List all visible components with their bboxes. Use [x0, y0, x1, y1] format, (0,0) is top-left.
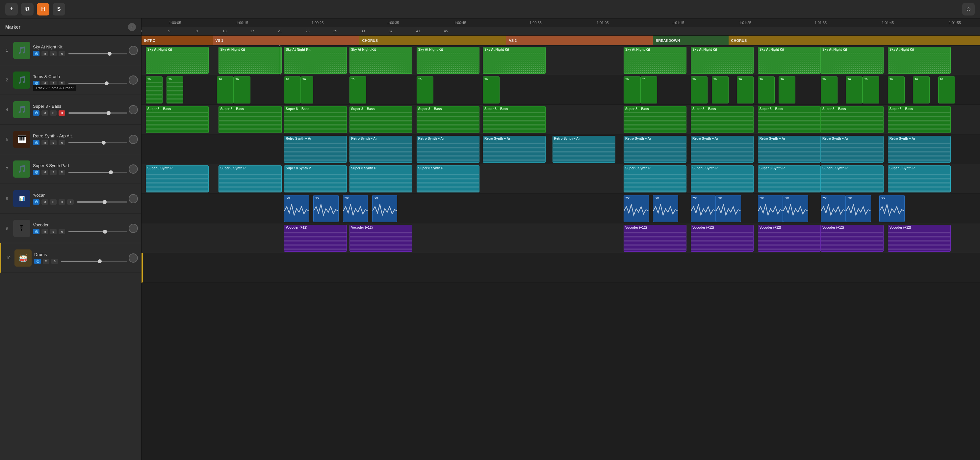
pan-knob-2[interactable] — [129, 75, 138, 85]
clip-retro-4[interactable]: Retro Synth – Ar — [483, 136, 546, 163]
clip-toms-16[interactable]: To — [779, 77, 795, 104]
clip-retro-9[interactable]: Retro Synth – Ar — [821, 136, 884, 163]
clip-vocal-8[interactable]: 'Vo — [716, 195, 741, 222]
volume-slider-8[interactable] — [77, 201, 127, 203]
clip-retro-3[interactable]: Retro Synth – Ar — [417, 136, 479, 163]
clip-pad-6[interactable]: Super 8 Synth P — [624, 165, 686, 192]
solo-btn-8[interactable]: S — [50, 200, 57, 204]
clip-bass-8[interactable]: Super 8 – Bass — [691, 106, 754, 133]
pan-knob-6[interactable] — [129, 135, 138, 144]
tracks-scroll[interactable]: Sky At Night Kit Sky At Night Kit Sky At… — [142, 45, 980, 460]
clip-vocal-13[interactable]: 'Vo — [879, 195, 904, 222]
clip-retro-7[interactable]: Retro Synth – Ar — [691, 136, 754, 163]
mute-btn-9[interactable]: M — [41, 229, 48, 234]
clip-vocal-9[interactable]: 'Vo — [758, 195, 783, 222]
clip-sky-9[interactable]: Sky At Night Kit — [758, 47, 821, 74]
pan-knob-9[interactable] — [129, 224, 138, 233]
clip-vocal-10[interactable]: 'Vo — [783, 195, 808, 222]
mute-btn-10[interactable]: M — [43, 259, 49, 264]
h-button[interactable]: H — [37, 3, 49, 16]
power-btn-1[interactable]: ⏻ — [33, 51, 40, 56]
record-btn-8[interactable]: R — [59, 200, 65, 204]
clip-pad-2[interactable]: Super 8 Synth P — [218, 165, 282, 192]
clip-toms-12[interactable]: To — [691, 77, 708, 104]
clip-toms-4[interactable]: To — [234, 77, 250, 104]
clip-vocal-5[interactable]: 'Vo — [624, 195, 649, 222]
volume-slider-10[interactable] — [61, 260, 127, 262]
clip-toms-9[interactable]: To — [483, 77, 500, 104]
clip-sky-7[interactable]: Sky At Night Kit — [624, 47, 686, 74]
add-button[interactable]: + — [5, 3, 18, 16]
mute-btn-2[interactable]: M — [41, 81, 48, 86]
clip-toms-11[interactable]: To — [640, 77, 657, 104]
pan-knob-7[interactable] — [129, 165, 138, 174]
clip-bass-6[interactable]: Super 8 – Bass — [483, 106, 546, 133]
clip-retro-5[interactable]: Retro Synth – Ar — [552, 136, 616, 163]
left-tracks-scroll[interactable]: 1 🎵 Sky At Night Kit ⏻ M S R — [0, 35, 141, 460]
volume-slider-1[interactable] — [68, 53, 127, 54]
clip-retro-10[interactable]: Retro Synth – Ar — [888, 136, 951, 163]
record-btn-1[interactable]: R — [59, 51, 65, 56]
power-btn-10[interactable]: ⏻ — [34, 259, 41, 264]
clip-toms-2[interactable]: To — [167, 77, 183, 104]
mute-btn-7[interactable]: M — [41, 170, 48, 175]
clip-bass-7[interactable]: Super 8 – Bass — [624, 106, 686, 133]
clip-vocoder-1[interactable]: Vocoder (+12) — [284, 225, 347, 252]
capture-button[interactable]: ⬡ — [962, 3, 975, 16]
clip-vocal-7[interactable]: 'Vo — [691, 195, 716, 222]
clip-bass-1[interactable]: Super 8 – Bass — [146, 106, 208, 133]
clip-toms-7[interactable]: To — [350, 77, 366, 104]
clip-vocal-1[interactable]: 'Vo — [284, 195, 309, 222]
clip-vocoder-5[interactable]: Vocoder (+12) — [758, 225, 821, 252]
clip-vocoder-4[interactable]: Vocoder (+12) — [691, 225, 754, 252]
clip-toms-15[interactable]: To — [758, 77, 775, 104]
clip-toms-14[interactable]: To — [737, 77, 754, 104]
clip-toms-17[interactable]: To — [821, 77, 837, 104]
clip-toms-19[interactable]: To — [862, 77, 879, 104]
pan-knob-10[interactable] — [129, 253, 138, 263]
solo-btn-10[interactable]: S — [51, 259, 58, 264]
clip-sky-2[interactable]: Sky At Night Kit — [218, 47, 282, 74]
clip-sky-5[interactable]: Sky At Night Kit — [417, 47, 479, 74]
record-btn-6[interactable]: R — [59, 140, 65, 145]
solo-btn-1[interactable]: S — [50, 51, 57, 56]
volume-slider-4[interactable] — [68, 112, 127, 114]
clip-pad-9[interactable]: Super 8 Synth P — [821, 165, 884, 192]
power-btn-2[interactable]: ⏻ — [33, 81, 40, 86]
clip-sky-11[interactable]: Sky At Night Kit — [888, 47, 951, 74]
clip-sky-1[interactable]: Sky At Night Kit — [146, 47, 208, 74]
clip-sky-6[interactable]: Sky At Night Kit — [483, 47, 546, 74]
clip-vocal-11[interactable]: 'Vo — [821, 195, 846, 222]
clip-pad-1[interactable]: Super 8 Synth P — [146, 165, 208, 192]
mute-btn-1[interactable]: M — [41, 51, 48, 56]
clip-vocoder-3[interactable]: Vocoder (+12) — [624, 225, 686, 252]
clip-pad-3[interactable]: Super 8 Synth P — [284, 165, 347, 192]
clip-bass-4[interactable]: Super 8 – Bass — [350, 106, 412, 133]
clip-pad-10[interactable]: Super 8 Synth P — [888, 165, 951, 192]
clip-sky-10[interactable]: Sky At Night Kit — [821, 47, 884, 74]
clip-toms-21[interactable]: To — [913, 77, 930, 104]
clip-retro-1[interactable]: Retro Synth – Ar — [284, 136, 347, 163]
volume-slider-9[interactable] — [68, 231, 127, 232]
clip-toms-22[interactable]: To — [938, 77, 955, 104]
clip-pad-7[interactable]: Super 8 Synth P — [691, 165, 754, 192]
mute-btn-8[interactable]: M — [41, 200, 48, 204]
clip-toms-8[interactable]: To — [417, 77, 433, 104]
clip-vocoder-2[interactable]: Vocoder (+12) — [350, 225, 412, 252]
clip-toms-10[interactable]: To — [624, 77, 640, 104]
clip-retro-6[interactable]: Retro Synth – Ar — [624, 136, 686, 163]
power-btn-8[interactable]: ⏻ — [33, 200, 40, 204]
clip-sky-4[interactable]: Sky At Night Kit — [350, 47, 412, 74]
input-btn-8[interactable]: I — [67, 200, 74, 204]
clip-toms-3[interactable]: To — [217, 77, 234, 104]
power-btn-4[interactable]: ⏻ — [33, 110, 40, 116]
clip-toms-18[interactable]: To — [846, 77, 862, 104]
solo-btn-7[interactable]: S — [50, 170, 57, 175]
clip-toms-20[interactable]: To — [888, 77, 905, 104]
clip-toms-13[interactable]: To — [712, 77, 729, 104]
clip-pad-5[interactable]: Super 8 Synth P — [417, 165, 479, 192]
power-btn-7[interactable]: ⏻ — [33, 170, 40, 175]
clip-bass-10[interactable]: Super 8 – Bass — [821, 106, 884, 133]
clip-vocal-4[interactable]: 'Vo — [372, 195, 397, 222]
clip-bass-11[interactable]: Super 8 – Bass — [888, 106, 951, 133]
